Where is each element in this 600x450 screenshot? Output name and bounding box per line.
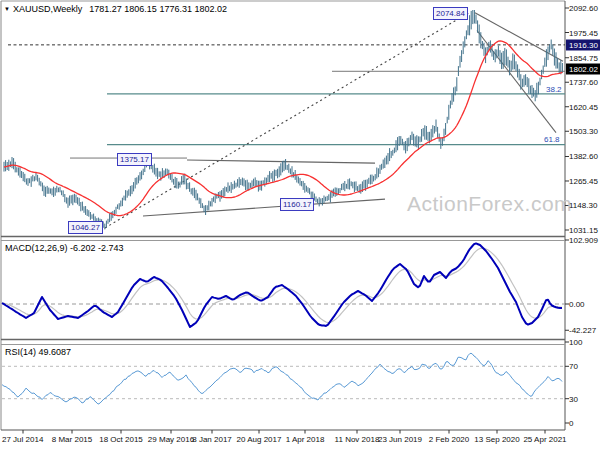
x-axis-label: 27 Jul 2014 [2,435,43,445]
x-axis-label: 20 Aug 2017 [237,435,282,445]
trendline-2 [143,199,385,216]
macd-axis-label: 0.00 [569,300,585,309]
price-axis-label-highlight: 1916.30 [566,39,600,50]
price-axis-label: 1382.60 [569,152,598,161]
price-levels [8,45,565,158]
fib-ratio-label: 38.2 [546,85,562,94]
ohlc-values: 1781.27 1806.15 1776.31 1802.02 [89,4,227,14]
x-axis-label: 8 Mar 2015 [52,435,92,445]
rsi-axis-label: 70 [569,362,578,371]
rsi-axis-label: 0 [569,419,573,428]
x-axis-label: 13 Sep 2020 [474,435,519,445]
price-axis-label: 1503.30 [569,127,598,136]
fib-ratio-label: 61.8 [544,135,560,144]
price-axis-label-highlight: 1802.02 [566,63,600,74]
x-axis-label: 1 Apr 2018 [286,435,325,445]
rsi-axis-label: 30 [569,394,578,403]
rsi-line [2,353,562,404]
price-axis-label: 1620.45 [569,102,598,111]
x-axis-label: 18 Oct 2015 [99,435,143,445]
axis-ticks [23,8,569,434]
price-tag: 1160.17 [280,198,314,211]
ma-line [4,41,562,216]
x-axis-label: 29 May 2016 [148,435,194,445]
price-tag: 2074.84 [433,7,468,20]
price-tag: 1375.17 [117,153,152,166]
price-axis-label: 1975.45 [569,28,598,37]
x-axis-label: 25 Apr 2021 [523,435,566,445]
x-axis-label: 11 Nov 2018 [335,435,380,445]
x-axis-label: 8 Jan 2017 [192,435,232,445]
watermark: ActionForex.com [407,192,572,216]
rsi-legend: RSI(14) 49.6087 [5,347,71,357]
macd-axis-label: -42.227 [569,326,596,335]
price-axis-label: 1265.45 [569,176,598,185]
price-panel-legend: ▼XAUUSD,Weekly1781.27 1806.15 1776.31 18… [4,4,227,14]
symbol-title: XAUUSD,Weekly [13,4,82,14]
price-tag: 1046.27 [68,221,103,234]
trendline-3 [475,13,563,62]
macd-legend: MACD(12,26,9) -6.202 -2.743 [5,243,124,253]
chart-window: ▼XAUUSD,Weekly1781.27 1806.15 1776.31 18… [0,0,600,450]
x-axis-label: 23 Jun 2019 [378,435,422,445]
price-axis-label: 2092.60 [569,4,598,13]
symbol-collapse-arrow-icon[interactable]: ▼ [4,6,10,12]
rsi-axis-label: 100 [569,338,582,347]
x-axis-label: 2 Feb 2020 [429,435,469,445]
macd-axis-label: 102.909 [569,236,598,245]
price-axis-label: 1854.75 [569,53,598,62]
price-axis-label: 1148.30 [569,201,597,210]
trendline-1 [187,160,375,163]
price-axis-label: 1737.60 [569,78,598,87]
price-axis-label: 1031.15 [569,226,598,235]
